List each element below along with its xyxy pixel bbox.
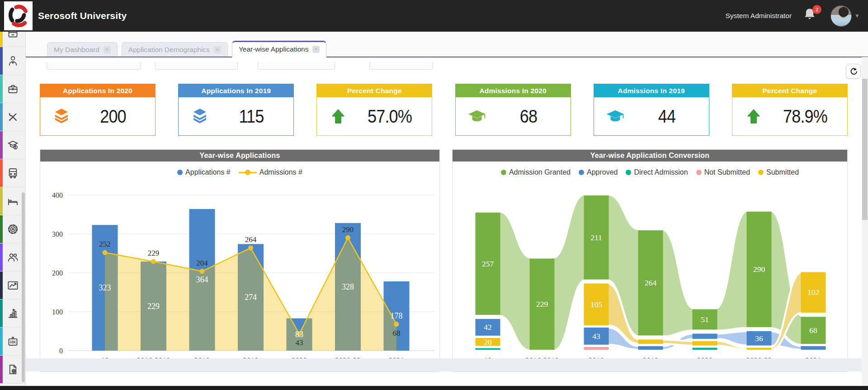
legend-item-admission-granted[interactable]: Admission Granted [501,168,571,176]
tab-label: My Dashboard [54,46,99,54]
tab-application-demographics[interactable]: Application Demographics✕ [122,42,228,57]
kpi-card-value: 115 [214,106,288,127]
tab-bar: My Dashboard✕Application Demographics✕Ye… [26,32,868,57]
kpi-card-applications-in-2020: Applications In 2020200 [40,84,156,136]
svg-text:43: 43 [296,338,303,347]
kpi-card-title: Percent Change [732,84,847,97]
kpi-card-value: 68 [491,106,566,127]
svg-text:178: 178 [391,311,403,320]
notifications-button[interactable]: 2 [803,7,819,25]
legend-label: Direct Admission [634,168,688,176]
arrow-up-icon [745,108,762,124]
kpi-card-title: Admissions In 2019 [594,84,709,97]
line-chart-icon [7,279,19,291]
kpi-card-value: 200 [76,106,150,127]
svg-text:HR: HR [10,340,16,344]
legend-item-admissions[interactable]: Admissions # [239,168,302,176]
legend-label: Admissions # [259,168,302,176]
notification-badge: 2 [812,5,821,14]
user-menu[interactable]: ▼ [830,5,860,27]
charts-row: Year-wise Applications Applications #Adm… [40,149,848,372]
app-header: Serosoft University System Administrator… [0,0,868,32]
svg-text:42: 42 [484,323,492,332]
sidebar-item-inventory[interactable] [0,32,25,47]
svg-text:43: 43 [592,332,600,341]
svg-text:204: 204 [196,259,208,267]
kpi-card-title: Percent Change [317,84,432,97]
content-bottom-strip [26,358,868,371]
svg-text:0: 0 [59,347,63,355]
sidebar-item-student[interactable] [0,47,25,75]
kpi-card-title: Admissions In 2020 [456,84,571,97]
sidebar-item-transport[interactable] [0,159,25,187]
legend-dot-icon [579,170,584,175]
conversion-chart-panel: Year-wise Application Conversion Admissi… [452,149,848,372]
user-name: System Administrator [726,12,792,20]
legend-item-not-submitted[interactable]: Not Submitted [696,168,750,176]
svg-text:274: 274 [245,293,257,302]
chart-title: Year-wise Application Conversion [453,150,847,162]
kpi-cards-row: Applications In 2020200Applications In 2… [40,84,848,136]
layers-icon [191,107,209,125]
svg-text:229: 229 [148,249,160,257]
svg-text:400: 400 [52,191,63,199]
legend-item-direct-admission[interactable]: Direct Admission [626,168,688,176]
doc-gear-icon [7,363,19,376]
svg-text:290: 290 [342,225,354,234]
arrow-up-icon [330,108,346,124]
graduation-fee-icon [7,139,19,151]
close-icon[interactable]: ✕ [312,46,320,53]
close-icon[interactable]: ✕ [214,46,221,53]
svg-text:68: 68 [393,329,401,338]
refresh-icon [849,67,858,76]
svg-text:200: 200 [52,269,63,277]
sidebar-item-accent [0,243,3,271]
kpi-card-title: Applications In 2019 [179,84,293,97]
sidebar-scrollbar[interactable] [22,192,25,382]
refresh-button[interactable] [846,64,861,79]
sidebar-item-fees[interactable] [0,131,25,159]
kpi-card-value: 78.9% [768,106,842,127]
scrolled-filter-controls [26,62,868,70]
graduation-cap-icon [467,108,486,124]
app-logo[interactable] [4,1,33,30]
applications-chart-panel: Year-wise Applications Applications #Adm… [40,149,440,372]
tab-my-dashboard[interactable]: My Dashboard✕ [47,42,118,57]
sidebar-item-placement[interactable] [0,75,25,103]
kpi-card-title: Applications In 2020 [40,84,155,97]
svg-text:102: 102 [807,288,819,297]
legend-label: Not Submitted [704,168,750,176]
svg-text:83: 83 [295,330,303,339]
legend-label: Applications # [185,168,231,176]
avatar [830,5,852,27]
chart-legend: Admission GrantedApprovedDirect Admissio… [453,162,847,183]
tab-label: Application Demographics [128,46,210,54]
sidebar-item-accent [0,47,3,75]
svg-text:328: 328 [342,282,354,291]
sidebar-item-accent [0,356,3,383]
svg-text:300: 300 [52,230,63,238]
sidebar-item-accent [0,328,3,355]
sidebar-item-accent [0,103,3,131]
page-scrollbar-thumb[interactable] [862,79,868,220]
sidebar-item-accent [0,32,3,47]
applications-combo-chart[interactable]: 0100200300400323229364274833281782522292… [40,183,439,370]
page-scrollbar[interactable] [862,57,868,386]
legend-item-submitted[interactable]: Submitted [758,168,799,176]
gear-icon [7,223,19,235]
kpi-card-applications-in-2019: Applications In 2019115 [178,84,294,136]
conversion-flow-chart[interactable]: 204225722943105211264513629068102192016-… [453,183,847,370]
tab-year-wise-applications[interactable]: Year-wise Applications✕ [232,41,327,57]
filter-stub [369,62,433,70]
kpi-card-percent-change: Percent Change78.9% [732,84,848,136]
sidebar-item-accent [0,75,3,103]
bar-chart-icon [7,307,19,319]
legend-item-approved[interactable]: Approved [579,168,618,176]
filter-stub [155,62,238,70]
legend-item-applications[interactable]: Applications # [177,168,231,176]
sidebar-item-tools[interactable] [0,103,25,131]
legend-dot-icon [501,170,506,175]
svg-text:257: 257 [482,259,494,268]
close-icon[interactable]: ✕ [104,46,111,53]
kpi-card-value: 57.0% [353,106,427,127]
